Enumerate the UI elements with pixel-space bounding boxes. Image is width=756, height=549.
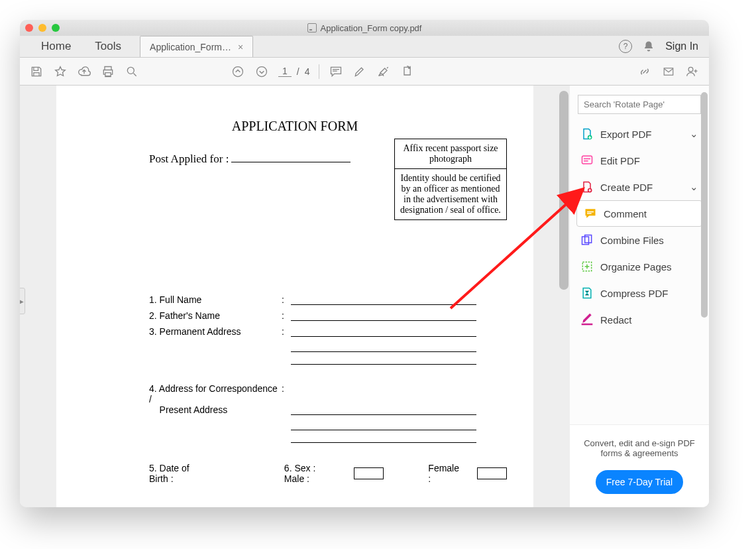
tool-redact-label: Redact: [600, 314, 632, 326]
label-fullname: 1. Full Name: [149, 294, 282, 305]
left-panel-handle[interactable]: ▶: [20, 288, 25, 314]
scrollbar[interactable]: [559, 91, 568, 290]
form-row-permaddr: 3. Permanent Address :: [83, 324, 507, 339]
tool-create-label: Create PDF: [600, 182, 653, 193]
cloud-upload-icon[interactable]: [77, 64, 91, 79]
tool-compress-pdf[interactable]: Compress PDF: [571, 280, 708, 306]
document-page: APPLICATION FORM Post Applied for : Affi…: [56, 86, 533, 507]
post-applied-label: Post Applied for :: [149, 152, 229, 165]
form-row-father: 2. Father's Name :: [83, 308, 507, 324]
label-dob: 5. Date of Birth :: [149, 463, 210, 484]
box-male: [354, 467, 384, 479]
page-up-icon[interactable]: [231, 64, 245, 79]
comment-icon: [584, 207, 597, 220]
svg-point-4: [688, 67, 693, 72]
export-pdf-icon: [580, 127, 594, 141]
star-icon[interactable]: [53, 64, 68, 79]
sign-pen-icon[interactable]: [376, 64, 391, 79]
search-icon[interactable]: [125, 64, 139, 79]
tool-edit-label: Edit PDF: [600, 155, 640, 166]
rotate-pages-icon[interactable]: [400, 64, 415, 79]
tool-export-label: Export PDF: [600, 129, 652, 140]
tools-scrollbar[interactable]: [701, 92, 708, 318]
tool-compress-label: Compress PDF: [600, 288, 669, 299]
document-title: APPLICATION FORM: [83, 119, 507, 134]
colon: :: [282, 326, 291, 337]
help-icon[interactable]: ?: [619, 40, 632, 53]
colon: :: [282, 294, 291, 305]
compress-pdf-icon: [580, 286, 594, 300]
tool-create-pdf[interactable]: Create PDF ⌄: [571, 174, 708, 200]
post-applied-blank: [231, 162, 351, 162]
create-pdf-icon: [580, 180, 594, 194]
blank-line: [291, 442, 476, 443]
page-indicator[interactable]: 1 / 4: [278, 66, 309, 77]
photo-box-bottom: Identity should be certified by an offic…: [395, 169, 506, 219]
content: ▶ APPLICATION FORM Post Applied for : Af…: [20, 86, 709, 507]
label-sex-male: 6. Sex : Male :: [284, 463, 338, 484]
pdf-file-icon: [307, 23, 317, 32]
label-father: 2. Father's Name: [149, 310, 282, 321]
form-row-dob-sex: 5. Date of Birth : 6. Sex : Male : Femal…: [83, 463, 507, 484]
free-trial-button[interactable]: Free 7-Day Trial: [596, 470, 683, 494]
form-row-fullname: 1. Full Name :: [83, 292, 507, 308]
colon: :: [282, 310, 291, 321]
blank-line: [291, 383, 476, 415]
tab-close-icon[interactable]: ×: [238, 42, 243, 52]
tools-footer: Convert, edit and e-sign PDF forms & agr…: [570, 424, 709, 507]
photo-box-top: Affix recent passport size photograph: [395, 139, 506, 169]
svg-rect-6: [582, 156, 592, 164]
tab-home[interactable]: Home: [29, 36, 83, 57]
blank-line: [291, 364, 476, 365]
page-sep: /: [297, 66, 299, 77]
page-down-icon[interactable]: [254, 64, 269, 79]
footer-text: Convert, edit and e-sign PDF forms & agr…: [579, 438, 700, 458]
label-corraddr-b: Present Address: [149, 404, 282, 415]
tool-organize-label: Organize Pages: [600, 261, 672, 273]
svg-point-2: [257, 66, 267, 76]
app-window: Application_Form copy.pdf Home Tools App…: [20, 20, 709, 507]
organize-pages-icon: [580, 260, 594, 273]
comment-bubble-icon[interactable]: [329, 64, 343, 79]
blank-line: [291, 351, 476, 352]
redact-icon: [580, 313, 594, 326]
blank-line: [291, 326, 476, 337]
tool-organize-pages[interactable]: Organize Pages: [571, 253, 708, 280]
page-total: 4: [305, 66, 310, 77]
link-icon[interactable]: [637, 64, 652, 79]
tool-comment[interactable]: Comment: [576, 200, 702, 227]
tab-document-label: Application_Form…: [150, 42, 231, 52]
email-icon[interactable]: [661, 64, 676, 79]
tab-tools[interactable]: Tools: [83, 36, 133, 57]
page-current[interactable]: 1: [278, 66, 292, 77]
tool-export-pdf[interactable]: Export PDF ⌄: [571, 121, 708, 147]
tool-combine-label: Combine Files: [600, 235, 664, 246]
share-people-icon[interactable]: [685, 64, 700, 79]
tools-search-input[interactable]: [578, 95, 701, 114]
sign-in-link[interactable]: Sign In: [665, 40, 698, 52]
tabs-right: ? Sign In: [619, 36, 709, 57]
photo-box: Affix recent passport size photograph Id…: [394, 139, 507, 220]
notifications-icon[interactable]: [643, 40, 655, 52]
titlebar: Application_Form copy.pdf: [20, 20, 709, 36]
label-corraddr: 4. Address for Correspondence / Present …: [149, 383, 282, 415]
save-icon[interactable]: [29, 64, 44, 79]
print-icon[interactable]: [101, 64, 115, 79]
combine-files-icon: [580, 233, 594, 247]
tool-edit-pdf[interactable]: Edit PDF: [571, 147, 708, 174]
tool-redact[interactable]: Redact: [571, 306, 708, 333]
tools-panel: Export PDF ⌄ Edit PDF Create PDF ⌄: [570, 86, 709, 507]
svg-rect-11: [582, 324, 593, 326]
blank-line: [291, 310, 476, 321]
tool-combine-files[interactable]: Combine Files: [571, 227, 708, 253]
svg-point-1: [233, 66, 243, 76]
label-permaddr: 3. Permanent Address: [149, 326, 282, 337]
highlight-icon[interactable]: [352, 64, 367, 79]
tab-document[interactable]: Application_Form… ×: [140, 36, 253, 57]
toolbar: 1 / 4: [20, 58, 709, 86]
chevron-down-icon: ⌄: [690, 128, 698, 140]
svg-point-0: [127, 67, 134, 74]
label-corraddr-a: 4. Address for Correspondence /: [149, 383, 282, 404]
document-viewport[interactable]: ▶ APPLICATION FORM Post Applied for : Af…: [20, 86, 570, 507]
colon: :: [282, 383, 291, 415]
